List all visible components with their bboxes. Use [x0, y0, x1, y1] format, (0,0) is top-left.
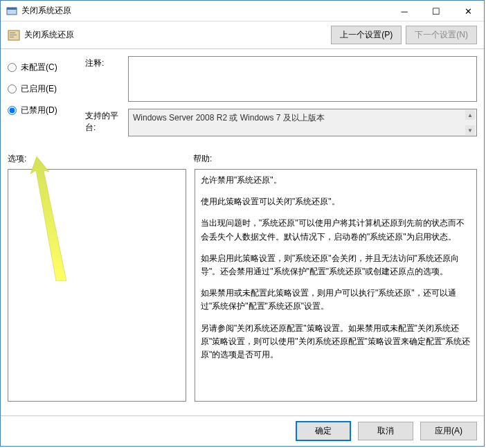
radio-not-configured[interactable]: 未配置(C)	[8, 62, 77, 73]
upper-section: 未配置(C) 已启用(E) 已禁用(D) 注释: 支持的平台:	[8, 56, 477, 143]
next-setting-button: 下一个设置(N)	[406, 26, 477, 44]
radio-not-configured-label: 未配置(C)	[21, 62, 57, 73]
help-paragraph: 当出现问题时，"系统还原"可以使用户将其计算机还原到先前的状态而不会丢失个人数据…	[201, 217, 471, 243]
platform-label: 支持的平台:	[85, 109, 128, 136]
help-paragraph: 允许禁用"系统还原"。	[201, 174, 471, 187]
toolbar: 关闭系统还原 上一个设置(P) 下一个设置(N)	[1, 21, 484, 49]
radio-disabled-label: 已禁用(D)	[21, 105, 57, 116]
help-paragraph: 另请参阅"关闭系统还原配置"策略设置。如果禁用或未配置"关闭系统还原"策略设置，…	[201, 322, 471, 362]
nav-buttons: 上一个设置(P) 下一个设置(N)	[331, 26, 477, 44]
radio-enabled-input[interactable]	[8, 84, 17, 93]
close-button[interactable]: ✕	[452, 1, 484, 21]
help-panel: 允许禁用"系统还原"。 使用此策略设置可以关闭"系统还原"。 当出现问题时，"系…	[195, 169, 477, 402]
toolbar-title: 关闭系统还原	[24, 29, 331, 41]
options-label: 选项:	[8, 153, 193, 165]
help-paragraph: 如果禁用或未配置此策略设置，则用户可以执行"系统还原"，还可以通过"系统保护"配…	[201, 287, 471, 313]
platform-value: Windows Server 2008 R2 或 Windows 7 及以上版本	[133, 112, 325, 124]
svg-rect-1	[7, 8, 17, 10]
comment-label: 注释:	[85, 56, 128, 102]
help-paragraph: 使用此策略设置可以关闭"系统还原"。	[201, 195, 471, 208]
section-labels: 选项: 帮助:	[8, 153, 477, 165]
scroll-up-icon[interactable]: ▲	[465, 110, 475, 120]
window-controls: ─ ☐ ✕	[388, 1, 484, 21]
radio-enabled[interactable]: 已启用(E)	[8, 83, 77, 95]
minimize-button[interactable]: ─	[388, 1, 420, 21]
maximize-button[interactable]: ☐	[420, 1, 452, 21]
radio-not-configured-input[interactable]	[8, 63, 17, 72]
radio-column: 未配置(C) 已启用(E) 已禁用(D)	[8, 56, 77, 143]
comment-input[interactable]	[128, 56, 477, 102]
scroll-down-icon[interactable]: ▼	[465, 125, 475, 135]
help-label: 帮助:	[193, 153, 212, 165]
content-area: 未配置(C) 已启用(E) 已禁用(D) 注释: 支持的平台:	[1, 49, 484, 415]
dialog-window: 关闭系统还原 ─ ☐ ✕ 关闭系统还原 上一个设置(P) 下一个设置(N) 未配…	[0, 0, 485, 447]
svg-rect-4	[10, 35, 17, 35]
window-icon	[6, 6, 17, 17]
radio-disabled-input[interactable]	[8, 106, 17, 115]
radio-disabled[interactable]: 已禁用(D)	[8, 105, 77, 116]
fields-column: 注释: 支持的平台: Windows Server 2008 R2 或 Wind…	[85, 56, 477, 143]
titlebar: 关闭系统还原 ─ ☐ ✕	[1, 1, 484, 21]
svg-rect-5	[10, 37, 14, 37]
window-title: 关闭系统还原	[21, 5, 388, 17]
options-panel	[8, 169, 186, 402]
footer: 确定 取消 应用(A)	[1, 415, 484, 446]
comment-row: 注释:	[85, 56, 477, 102]
lower-section: 允许禁用"系统还原"。 使用此策略设置可以关闭"系统还原"。 当出现问题时，"系…	[8, 169, 477, 409]
svg-rect-3	[10, 33, 15, 33]
policy-icon	[8, 29, 20, 42]
radio-enabled-label: 已启用(E)	[21, 83, 57, 95]
cancel-button[interactable]: 取消	[358, 422, 413, 440]
apply-button[interactable]: 应用(A)	[420, 422, 477, 440]
help-paragraph: 如果启用此策略设置，则"系统还原"会关闭，并且无法访问"系统还原向导"。还会禁用…	[201, 252, 471, 278]
platform-row: 支持的平台: Windows Server 2008 R2 或 Windows …	[85, 109, 477, 136]
ok-button[interactable]: 确定	[296, 421, 351, 441]
prev-setting-button[interactable]: 上一个设置(P)	[331, 26, 402, 44]
platform-box: Windows Server 2008 R2 或 Windows 7 及以上版本…	[128, 109, 477, 136]
